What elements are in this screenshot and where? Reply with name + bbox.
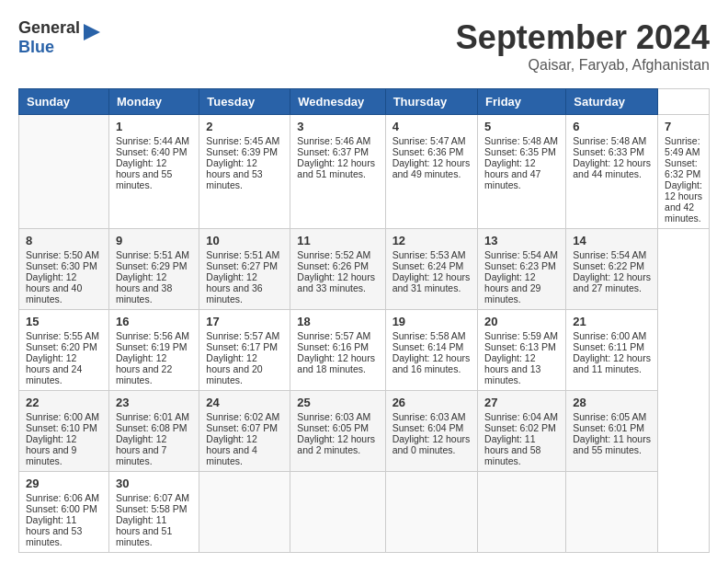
day-number: 7 [665, 120, 702, 133]
calendar-day-cell [290, 472, 385, 553]
day-number: 5 [484, 120, 559, 133]
daylight-text: Daylight: 12 hours and 24 minutes. [26, 352, 82, 385]
sunset-text: Sunset: 6:20 PM [26, 341, 97, 352]
day-number: 14 [573, 234, 651, 247]
calendar-day-cell: 17 Sunrise: 5:57 AM Sunset: 6:17 PM Dayl… [199, 310, 290, 391]
day-number: 13 [484, 234, 559, 247]
sunset-text: Sunset: 6:16 PM [297, 341, 369, 352]
sunset-text: Sunset: 6:33 PM [573, 146, 644, 157]
daylight-text: Daylight: 12 hours and 42 minutes. [665, 179, 702, 224]
daylight-text: Daylight: 12 hours and 11 minutes. [573, 352, 651, 374]
sunrise-text: Sunrise: 5:50 AM [26, 249, 99, 260]
calendar-day-cell: 7 Sunrise: 5:49 AM Sunset: 6:32 PM Dayli… [658, 115, 710, 229]
sunrise-text: Sunrise: 6:04 AM [484, 411, 558, 422]
daylight-text: Daylight: 12 hours and 4 minutes. [206, 433, 256, 466]
day-number: 20 [484, 315, 559, 328]
calendar-day-cell: 26 Sunrise: 6:03 AM Sunset: 6:04 PM Dayl… [385, 391, 477, 472]
day-number: 17 [206, 315, 283, 328]
calendar-day-cell: 11 Sunrise: 5:52 AM Sunset: 6:26 PM Dayl… [290, 229, 385, 310]
sunset-text: Sunset: 6:04 PM [392, 422, 464, 433]
logo: General Blue [18, 18, 100, 56]
calendar-day-cell: 16 Sunrise: 5:56 AM Sunset: 6:19 PM Dayl… [108, 310, 199, 391]
sunset-text: Sunset: 6:32 PM [665, 157, 700, 179]
daylight-text: Daylight: 12 hours and 7 minutes. [116, 433, 166, 466]
sunset-text: Sunset: 6:08 PM [116, 422, 188, 433]
day-number: 3 [297, 120, 378, 133]
title-area: September 2024 Qaisar, Faryab, Afghanist… [456, 18, 710, 74]
sunset-text: Sunset: 6:30 PM [26, 260, 97, 271]
calendar-day-cell [566, 472, 658, 553]
calendar-day-cell: 6 Sunrise: 5:48 AM Sunset: 6:33 PM Dayli… [566, 115, 658, 229]
sunrise-text: Sunrise: 6:06 AM [26, 492, 99, 503]
sunset-text: Sunset: 6:07 PM [206, 422, 278, 433]
sunrise-text: Sunrise: 5:56 AM [116, 330, 189, 341]
sunset-text: Sunset: 6:35 PM [484, 146, 556, 157]
daylight-text: Daylight: 11 hours and 53 minutes. [26, 514, 82, 547]
sunset-text: Sunset: 6:13 PM [484, 341, 556, 352]
calendar-day-cell: 20 Sunrise: 5:59 AM Sunset: 6:13 PM Dayl… [478, 310, 566, 391]
day-number: 8 [26, 234, 102, 247]
sunrise-text: Sunrise: 5:53 AM [392, 249, 466, 260]
daylight-text: Daylight: 11 hours and 51 minutes. [116, 514, 172, 547]
calendar-week-row: 29 Sunrise: 6:06 AM Sunset: 6:00 PM Dayl… [19, 472, 710, 553]
sunrise-text: Sunrise: 5:54 AM [573, 249, 646, 260]
page-header: General Blue September 2024 Qaisar, Fary… [18, 18, 710, 74]
day-number: 16 [116, 315, 192, 328]
svg-marker-0 [84, 24, 100, 40]
day-number: 11 [297, 234, 378, 247]
day-number: 10 [206, 234, 283, 247]
daylight-text: Daylight: 12 hours and 2 minutes. [297, 433, 375, 455]
sunset-text: Sunset: 6:24 PM [392, 260, 464, 271]
calendar-day-cell: 29 Sunrise: 6:06 AM Sunset: 6:00 PM Dayl… [19, 472, 109, 553]
day-number: 24 [206, 396, 283, 409]
day-number: 18 [297, 315, 378, 328]
day-number: 27 [484, 396, 559, 409]
sunrise-text: Sunrise: 6:01 AM [116, 411, 189, 422]
calendar-day-cell [199, 472, 290, 553]
sunset-text: Sunset: 6:37 PM [297, 146, 369, 157]
calendar-day-cell: 10 Sunrise: 5:51 AM Sunset: 6:27 PM Dayl… [199, 229, 290, 310]
calendar-day-cell: 27 Sunrise: 6:04 AM Sunset: 6:02 PM Dayl… [478, 391, 566, 472]
daylight-text: Daylight: 11 hours and 58 minutes. [484, 433, 540, 466]
sunrise-text: Sunrise: 5:46 AM [297, 135, 370, 146]
sunrise-text: Sunrise: 6:07 AM [116, 492, 189, 503]
calendar-week-row: 8 Sunrise: 5:50 AM Sunset: 6:30 PM Dayli… [19, 229, 710, 310]
sunrise-text: Sunrise: 5:44 AM [116, 135, 189, 146]
col-wednesday: Wednesday [290, 89, 385, 115]
calendar-day-cell [478, 472, 566, 553]
daylight-text: Daylight: 12 hours and 31 minutes. [392, 271, 471, 293]
sunset-text: Sunset: 5:58 PM [116, 503, 188, 514]
day-number: 1 [116, 120, 192, 133]
calendar-week-row: 15 Sunrise: 5:55 AM Sunset: 6:20 PM Dayl… [19, 310, 710, 391]
sunset-text: Sunset: 6:02 PM [484, 422, 556, 433]
sunrise-text: Sunrise: 6:02 AM [206, 411, 279, 422]
sunset-text: Sunset: 6:19 PM [116, 341, 188, 352]
day-number: 25 [297, 396, 378, 409]
calendar-day-cell: 15 Sunrise: 5:55 AM Sunset: 6:20 PM Dayl… [19, 310, 109, 391]
location-subtitle: Qaisar, Faryab, Afghanistan [456, 57, 710, 74]
calendar-day-cell: 12 Sunrise: 5:53 AM Sunset: 6:24 PM Dayl… [385, 229, 477, 310]
daylight-text: Daylight: 12 hours and 16 minutes. [392, 352, 471, 374]
sunrise-text: Sunrise: 5:54 AM [484, 249, 558, 260]
calendar-day-cell: 8 Sunrise: 5:50 AM Sunset: 6:30 PM Dayli… [19, 229, 109, 310]
daylight-text: Daylight: 12 hours and 9 minutes. [26, 433, 76, 466]
daylight-text: Daylight: 12 hours and 20 minutes. [206, 352, 262, 385]
logo-arrow-icon [84, 24, 100, 40]
calendar-day-cell: 18 Sunrise: 5:57 AM Sunset: 6:16 PM Dayl… [290, 310, 385, 391]
daylight-text: Daylight: 12 hours and 47 minutes. [484, 157, 540, 190]
sunset-text: Sunset: 6:01 PM [573, 422, 644, 433]
calendar-day-cell [385, 472, 477, 553]
sunset-text: Sunset: 6:10 PM [26, 422, 97, 433]
calendar-week-row: 22 Sunrise: 6:00 AM Sunset: 6:10 PM Dayl… [19, 391, 710, 472]
sunset-text: Sunset: 6:22 PM [573, 260, 644, 271]
calendar-day-cell: 23 Sunrise: 6:01 AM Sunset: 6:08 PM Dayl… [108, 391, 199, 472]
calendar-day-cell: 2 Sunrise: 5:45 AM Sunset: 6:39 PM Dayli… [199, 115, 290, 229]
day-number: 6 [573, 120, 651, 133]
day-number: 19 [392, 315, 471, 328]
col-monday: Monday [108, 89, 199, 115]
calendar-day-cell: 1 Sunrise: 5:44 AM Sunset: 6:40 PM Dayli… [108, 115, 199, 229]
col-tuesday: Tuesday [199, 89, 290, 115]
calendar-day-cell: 3 Sunrise: 5:46 AM Sunset: 6:37 PM Dayli… [290, 115, 385, 229]
daylight-text: Daylight: 12 hours and 38 minutes. [116, 271, 172, 304]
sunset-text: Sunset: 6:17 PM [206, 341, 278, 352]
